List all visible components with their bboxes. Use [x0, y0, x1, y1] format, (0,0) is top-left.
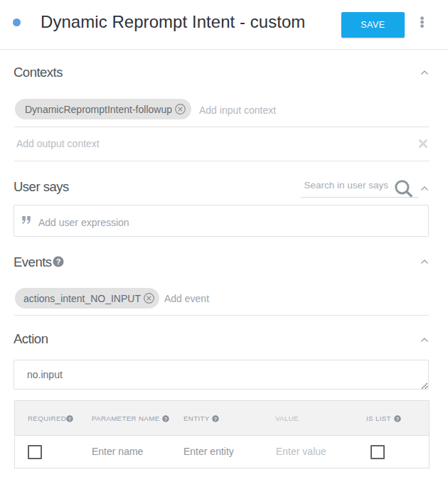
svg-text:?: ? [213, 417, 216, 422]
svg-text:?: ? [56, 257, 61, 266]
svg-text:?: ? [396, 417, 399, 422]
svg-text:?: ? [68, 417, 71, 422]
svg-text:?: ? [164, 417, 167, 422]
